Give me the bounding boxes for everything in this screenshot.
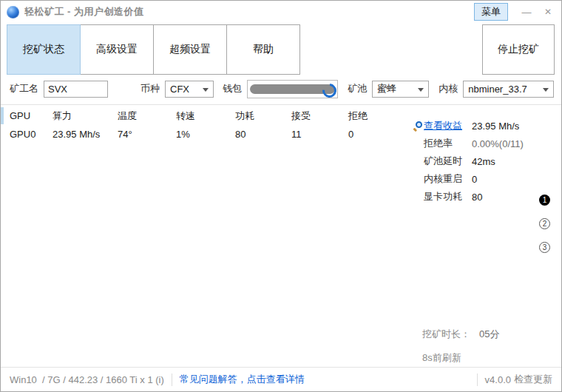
profit-link-cell: 查看收益 [413,119,472,132]
faq-link[interactable]: 常见问题解答，点击查看详情 [180,373,305,386]
coin-label: 币种 [140,82,160,95]
wallet-label: 钱包 [223,82,242,95]
app-window: 轻松矿工 - 为用户创造价值 菜单 — ✕ 挖矿状态 高级设置 超频设置 帮助 … [0,0,562,392]
miner-name-input[interactable] [44,81,108,98]
cell-gpu-name: GPU0 [10,129,53,140]
wallet-redacted-value [250,84,335,94]
reject-rate-value: 0.00%(0/11) [472,138,524,149]
pool-latency-value: 42ms [472,156,495,167]
cell-rejected: 0 [348,129,393,140]
kernel-restarts-label: 内核重启 [424,172,472,186]
kernel-selected-value: nbminer_33.7 [468,84,527,95]
version-label: v4.0.0 [485,374,511,385]
coin-select[interactable]: CFX [165,81,214,98]
refresh-status: 8s前刷新 [422,351,499,365]
status-bar: Win10 / 7G / 442.23 / 1660 Ti x 1 (i) 常见… [1,367,561,391]
mining-duration-value: 05分 [479,328,499,341]
mining-duration-label: 挖矿时长： [422,328,470,341]
col-accepted: 接受 [291,109,348,123]
chevron-down-icon [203,88,209,92]
cell-hashrate: 23.95 Mh/s [53,129,118,140]
pool-selected-value: 蜜蜂 [377,82,396,95]
col-hashrate: 算力 [53,109,118,123]
stats-row-pool-latency: 矿池延时 42ms [412,152,555,170]
cell-power: 80 [235,129,291,140]
cell-temperature: 74° [118,129,176,140]
tab-help[interactable]: 帮助 [226,24,300,75]
gpu-power-label: 显卡功耗 [424,190,472,203]
kernel-select[interactable]: nbminer_33.7 [463,81,554,98]
tab-group: 挖矿状态 高级设置 超频设置 帮助 [7,24,300,75]
miner-name-label: 矿工名 [10,82,38,95]
chevron-down-icon [543,88,549,92]
tab-mining-status[interactable]: 挖矿状态 [7,24,81,75]
session-info: 挖矿时长： 05分 8s前刷新 [422,328,499,365]
reject-rate-label: 拒绝率 [424,137,472,150]
page-dot-2[interactable]: 2 [539,218,550,229]
col-temperature: 温度 [118,109,176,123]
kernel-restarts-value: 0 [472,174,477,185]
stats-row-gpu-power: 显卡功耗 80 [412,188,555,206]
kernel-label: 内核 [439,82,458,95]
total-hashrate-value: 23.95 Mh/s [472,121,519,132]
gpu-power-value: 80 [472,192,482,203]
title-bar: 轻松矿工 - 为用户创造价值 菜单 — ✕ [1,1,561,23]
gpu-table: GPU 算力 温度 转速 功耗 接受 拒绝 GPU0 23.95 Mh/s 74… [1,107,404,143]
tab-bar: 挖矿状态 高级设置 超频设置 帮助 停止挖矿 [1,23,561,75]
col-rejected: 拒绝 [348,109,393,123]
stats-row-hashrate: 查看收益 23.95 Mh/s [412,117,555,135]
chevron-down-icon [418,88,424,92]
mining-config-row: 矿工名 币种 CFX 钱包 矿池 蜜蜂 内核 nbminer_33.7 [1,76,561,105]
app-logo-icon [7,6,19,18]
magnifier-icon [413,121,422,130]
system-info: Win10 / 7G / 442.23 / 1660 Ti x 1 (i) [10,374,164,385]
col-fan-speed: 转速 [176,109,235,123]
page-indicator: 1 2 3 [539,195,550,253]
pool-label: 矿池 [348,82,367,95]
divider [172,374,172,386]
page-dot-3[interactable]: 3 [539,242,550,253]
pool-latency-label: 矿池延时 [424,155,472,168]
stats-panel: 查看收益 23.95 Mh/s 拒绝率 0.00%(0/11) 矿池延时 42m… [412,117,555,206]
cell-accepted: 11 [291,129,348,140]
gpu-table-header: GPU 算力 温度 转速 功耗 接受 拒绝 [1,107,404,125]
divider [477,374,478,386]
minimize-icon[interactable]: — [518,7,535,18]
check-update-link[interactable]: 检查更新 [514,373,552,386]
tab-overclock-settings[interactable]: 超频设置 [153,24,227,75]
col-gpu: GPU [10,110,53,121]
window-title: 轻松矿工 - 为用户创造价值 [24,5,144,18]
cell-fan-speed: 1% [176,129,235,140]
stats-row-reject-rate: 拒绝率 0.00%(0/11) [412,135,555,152]
view-profit-link[interactable]: 查看收益 [424,119,462,132]
menu-button[interactable]: 菜单 [474,3,508,21]
pool-select[interactable]: 蜜蜂 [372,81,429,98]
page-dot-1[interactable]: 1 [539,195,550,206]
stats-row-kernel-restarts: 内核重启 0 [412,170,555,188]
table-row: GPU0 23.95 Mh/s 74° 1% 80 11 0 [1,125,404,143]
close-icon[interactable]: ✕ [540,7,556,17]
header-accent-bar [1,107,4,124]
wallet-input[interactable] [247,80,338,98]
coin-selected-value: CFX [170,84,189,95]
stop-mining-button[interactable]: 停止挖矿 [482,24,555,75]
tab-advanced-settings[interactable]: 高级设置 [80,24,154,75]
main-content: GPU 算力 温度 转速 功耗 接受 拒绝 GPU0 23.95 Mh/s 74… [1,105,561,367]
col-power: 功耗 [235,109,291,123]
